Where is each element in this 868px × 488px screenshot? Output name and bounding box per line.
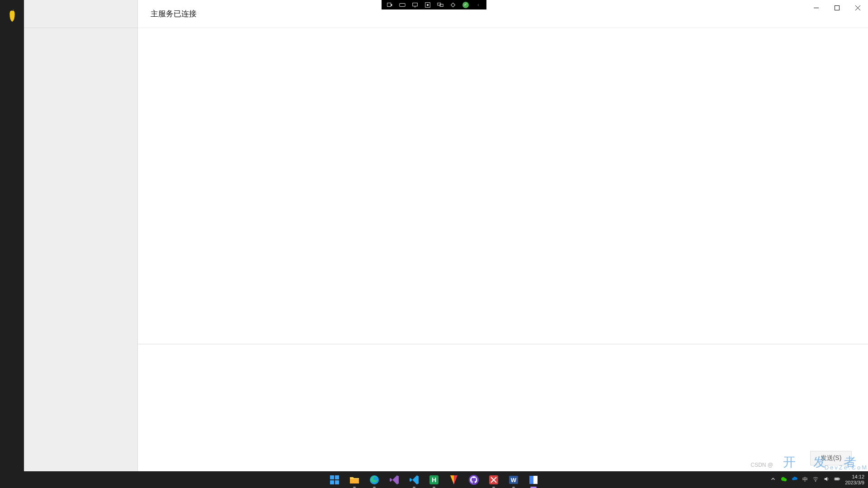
svg-rect-9 [330, 475, 334, 479]
avatar[interactable] [5, 9, 19, 23]
clock[interactable]: 14:12 2023/3/9 [845, 474, 864, 486]
start-button[interactable] [326, 472, 343, 488]
conversation-list [24, 0, 138, 471]
hbuilder-icon[interactable]: H [426, 472, 442, 488]
svg-rect-10 [335, 475, 339, 479]
onedrive-tray-icon[interactable] [792, 476, 798, 483]
svg-rect-27 [840, 479, 840, 479]
csdn-watermark: CSDN @ [750, 462, 773, 468]
svg-rect-12 [335, 480, 339, 484]
github-desktop-icon[interactable] [466, 472, 482, 488]
list-header [24, 0, 137, 28]
time-text: 14:12 [845, 474, 864, 480]
compose-area[interactable]: 发送(S) [138, 344, 868, 471]
battery-icon[interactable] [834, 476, 840, 483]
svg-point-24 [783, 478, 787, 481]
svg-rect-22 [529, 476, 533, 484]
wechat-tray-icon[interactable] [781, 476, 787, 483]
taskbar: H W 中 14:12 2023/3/9 [0, 471, 868, 488]
chat-area: 主服务已连接 [138, 0, 868, 344]
date-text: 2023/3/9 [845, 480, 864, 486]
app-window: ✓ ‹ 主服务已连接 发送(S) [0, 0, 868, 471]
svg-text:H: H [432, 476, 436, 483]
svg-rect-28 [835, 478, 839, 480]
visual-studio-icon[interactable] [386, 472, 402, 488]
bandicam-icon[interactable] [446, 472, 462, 488]
vscode-icon[interactable] [406, 472, 422, 488]
volume-icon[interactable] [823, 476, 830, 483]
edge-icon[interactable] [366, 472, 382, 488]
tray-chevron-icon[interactable] [770, 476, 776, 483]
svg-rect-11 [330, 480, 334, 484]
taskbar-apps: H W [326, 471, 542, 488]
current-app-icon[interactable] [525, 472, 542, 488]
svg-point-25 [815, 481, 816, 482]
wifi-icon[interactable] [812, 476, 819, 483]
system-tray: 中 14:12 2023/3/9 [770, 471, 864, 488]
ime-indicator[interactable]: 中 [802, 476, 808, 483]
svg-rect-13 [350, 479, 359, 483]
side-rail [0, 0, 24, 471]
xshell-icon[interactable] [486, 472, 502, 488]
svg-text:W: W [511, 477, 517, 483]
send-button[interactable]: 发送(S) [810, 451, 852, 465]
word-icon[interactable]: W [505, 472, 522, 488]
file-explorer-icon[interactable] [346, 472, 363, 488]
chat-title: 主服务已连接 [138, 0, 868, 28]
